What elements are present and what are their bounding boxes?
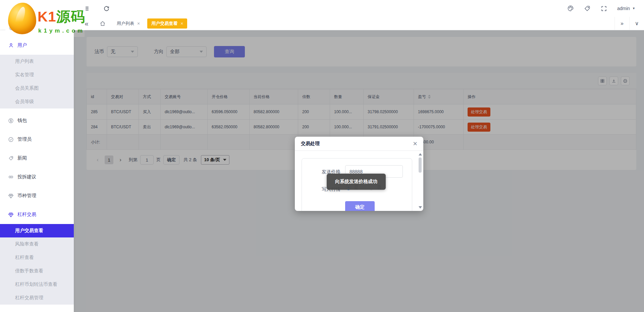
dialog-scrollbar[interactable] bbox=[418, 152, 422, 209]
sidebar-item-risk-rate[interactable]: 风险率查看 bbox=[0, 237, 74, 251]
gem-icon bbox=[8, 212, 14, 218]
refresh-icon[interactable] bbox=[102, 4, 110, 12]
tag-tool-icon[interactable] bbox=[584, 5, 591, 12]
link-icon bbox=[8, 174, 14, 180]
sidebar-item-leverage-mgmt[interactable]: 杠杆交易管理 bbox=[0, 291, 74, 305]
admin-shield-icon bbox=[8, 137, 14, 142]
sidebar-item-realname[interactable]: 实名管理 bbox=[0, 68, 74, 82]
leverage-submenu: 用户交易查看 风险率查看 杠杆查看 倍数手数查看 杠杆币划转法币查看 杠杆交易管… bbox=[0, 224, 74, 305]
sidebar-item-leverage-view[interactable]: 杠杆查看 bbox=[0, 251, 74, 264]
sidebar-item-news[interactable]: 新闻 bbox=[0, 151, 74, 165]
topbar-actions: admin ▼ bbox=[567, 0, 635, 17]
tab-user-trade-view[interactable]: 用户交易查看 × bbox=[147, 18, 187, 29]
close-icon[interactable]: × bbox=[413, 140, 417, 147]
scrollbar-thumb[interactable] bbox=[419, 158, 422, 173]
fullscreen-icon[interactable] bbox=[600, 5, 608, 12]
dialog-body: 发送价格 写入行情 是 否 确定 向系统发送价格成功 bbox=[295, 151, 423, 211]
trade-process-dialog: 交易处理 × 发送价格 写入行情 是 否 确定 向系统发送价格成功 bbox=[295, 137, 423, 211]
admin-app: 内容管理系统 admin ▼ « bbox=[0, 0, 644, 312]
sidebar-item-admins[interactable]: 管理员 bbox=[0, 133, 74, 146]
open-tabs: 用户列表 × 用户交易查看 × bbox=[113, 18, 187, 29]
tab-label: 用户交易查看 bbox=[151, 20, 177, 27]
topbar: 内容管理系统 admin ▼ bbox=[0, 0, 644, 17]
sidebar-item-user-trade-view[interactable]: 用户交易查看 bbox=[0, 224, 74, 237]
sidebar-item-member-relation[interactable]: 会员关系图 bbox=[0, 82, 74, 95]
sidebar-item-wallet[interactable]: 钱包 bbox=[0, 114, 74, 127]
tabs-menu-icon[interactable]: ∨ bbox=[629, 17, 644, 30]
sidebar-item-member-level[interactable]: 会员等级 bbox=[0, 95, 74, 108]
theme-palette-icon[interactable] bbox=[567, 5, 574, 12]
sidebar-item-coin-mgmt[interactable]: 币种管理 bbox=[0, 189, 74, 203]
wallet-icon bbox=[8, 118, 14, 124]
dialog-title: 交易处理 bbox=[301, 141, 320, 147]
tabbar-tools: » ∨ bbox=[614, 17, 644, 30]
user-icon bbox=[8, 43, 14, 48]
tab-label: 用户列表 bbox=[117, 20, 134, 27]
sidebar-item-multiple-lots[interactable]: 倍数手数查看 bbox=[0, 264, 74, 278]
username: admin bbox=[617, 6, 630, 11]
logo-egg-graphic bbox=[8, 3, 36, 34]
success-toast: 向系统发送价格成功 bbox=[327, 174, 386, 190]
tab-user-list[interactable]: 用户列表 × bbox=[113, 18, 144, 29]
sidebar-item-leverage[interactable]: 杠杆交易 bbox=[0, 208, 74, 221]
tag-icon bbox=[8, 155, 14, 161]
dialog-confirm-button[interactable]: 确定 bbox=[345, 201, 375, 211]
sidebar-item-suggestions[interactable]: 投拆建议 bbox=[0, 170, 74, 184]
close-icon[interactable]: × bbox=[180, 21, 183, 26]
home-icon[interactable] bbox=[99, 19, 107, 28]
sidebar: 用户 用户列表 实名管理 会员关系图 会员等级 钱包 管理员 新闻 bbox=[0, 30, 74, 312]
user-menu[interactable]: admin ▼ bbox=[617, 6, 635, 11]
scroll-down-icon[interactable] bbox=[419, 206, 422, 209]
sidebar-item-user-list[interactable]: 用户列表 bbox=[0, 55, 74, 68]
brand-logo: ⚙ K1源码 k1ym.com bbox=[5, 1, 85, 37]
users-submenu: 用户列表 实名管理 会员关系图 会员等级 bbox=[0, 55, 74, 108]
dialog-header: 交易处理 × bbox=[295, 137, 423, 151]
gem-icon bbox=[8, 193, 14, 199]
logo-yuanma: 源码 bbox=[56, 9, 85, 25]
sidebar-item-users[interactable]: 用户 bbox=[0, 39, 74, 52]
chevron-down-icon: ▼ bbox=[632, 7, 635, 10]
scroll-up-icon[interactable] bbox=[419, 153, 422, 155]
tabbar: « 用户列表 × 用户交易查看 × » ∨ bbox=[0, 17, 644, 30]
close-icon[interactable]: × bbox=[137, 21, 140, 26]
sidebar-item-transfer-view[interactable]: 杠杆币划转法币查看 bbox=[0, 278, 74, 291]
tabs-scroll-right-icon[interactable]: » bbox=[614, 17, 629, 30]
logo-k1: K1 bbox=[38, 9, 56, 25]
